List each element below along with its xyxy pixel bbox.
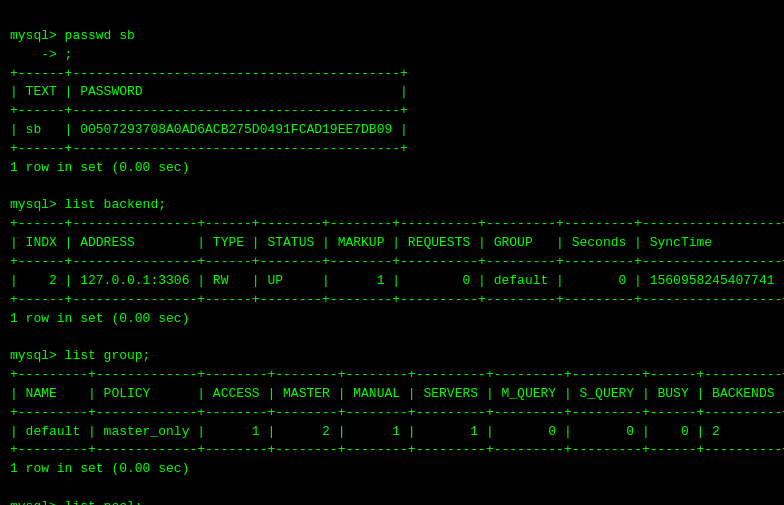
terminal-line: | default | master_only | 1 | 2 | 1 | 1 … xyxy=(10,423,774,442)
terminal-line: | 2 | 127.0.0.1:3306 | RW | UP | 1 | 0 |… xyxy=(10,272,774,291)
terminal-line: mysql> passwd sb xyxy=(10,27,774,46)
terminal-line: | NAME | POLICY | ACCESS | MASTER | MANU… xyxy=(10,385,774,404)
terminal-line: +---------+-------------+--------+------… xyxy=(10,441,774,460)
terminal-line: 1 row in set (0.00 sec) xyxy=(10,460,774,479)
terminal-line: +------+--------------------------------… xyxy=(10,65,774,84)
terminal-line: mysql> list pool; xyxy=(10,498,774,505)
terminal-line: | sb | 00507293708A0AD6ACB275D0491FCAD19… xyxy=(10,121,774,140)
terminal-line xyxy=(10,328,774,347)
terminal-line: mysql> list backend; xyxy=(10,196,774,215)
terminal-line: +------+----------------+------+--------… xyxy=(10,291,774,310)
terminal-line: mysql> list group; xyxy=(10,347,774,366)
terminal-output: mysql> passwd sb -> ;+------+-----------… xyxy=(10,8,774,505)
terminal-line: +------+--------------------------------… xyxy=(10,140,774,159)
terminal-line: +---------+-------------+--------+------… xyxy=(10,404,774,423)
terminal-line: 1 row in set (0.00 sec) xyxy=(10,310,774,329)
terminal-line: -> ; xyxy=(10,46,774,65)
terminal-line: 1 row in set (0.00 sec) xyxy=(10,159,774,178)
terminal-line: +------+----------------+------+--------… xyxy=(10,215,774,234)
terminal-line: | INDX | ADDRESS | TYPE | STATUS | MARKU… xyxy=(10,234,774,253)
terminal-line xyxy=(10,178,774,197)
terminal-line: | TEXT | PASSWORD | xyxy=(10,83,774,102)
terminal-line xyxy=(10,479,774,498)
terminal-line: +------+----------------+------+--------… xyxy=(10,253,774,272)
terminal-line: +------+--------------------------------… xyxy=(10,102,774,121)
terminal-line: +---------+-------------+--------+------… xyxy=(10,366,774,385)
